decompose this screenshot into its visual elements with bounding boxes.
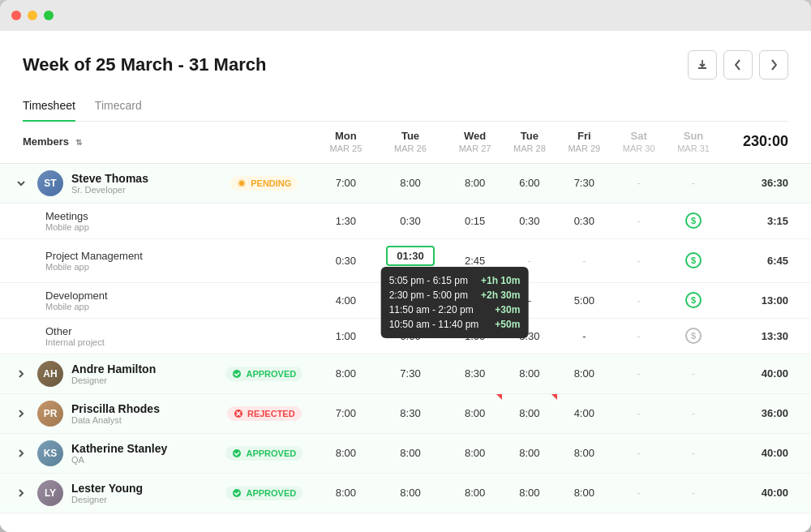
sub-tue1-cell[interactable]: 5:05 pm - 6:15 pm +1h 10m 2:30 pm - 5:00…	[373, 238, 448, 282]
tab-timesheet[interactable]: Timesheet	[23, 92, 75, 122]
fri-cell[interactable]: 8:00	[557, 473, 611, 513]
tue2-header: Tue MAR 28	[502, 122, 556, 164]
sub-tue2-cell[interactable]: -	[502, 238, 556, 282]
sort-icon[interactable]: ⇅	[75, 137, 82, 148]
sub-mon-cell[interactable]: 0:30	[319, 238, 373, 282]
tue1-cell[interactable]: 8:30	[373, 393, 448, 433]
table-body: ST Steve Thomas Sr. Developer PENDING 7:…	[0, 163, 811, 513]
sub-mon-cell[interactable]: 1:30	[319, 203, 373, 238]
sub-wed-cell[interactable]: 1:00	[448, 318, 502, 354]
sub-sun-cell[interactable]: $	[666, 238, 720, 282]
sub-mon-cell[interactable]: 4:00	[319, 282, 373, 318]
tue1-cell[interactable]: 8:00	[373, 163, 448, 203]
sub-wed-cell[interactable]: 0:15	[448, 203, 502, 238]
close-button[interactable]	[11, 11, 21, 20]
expand-button[interactable]	[13, 366, 29, 382]
tue2-cell[interactable]: 8:00	[502, 473, 556, 513]
sub-row: Development Mobile app 4:00 - 4:00 - 5:0…	[0, 282, 811, 318]
prev-button[interactable]	[723, 50, 753, 79]
status-cell: PENDING	[210, 163, 319, 203]
sat-cell[interactable]: -	[611, 354, 666, 393]
sub-sat-cell[interactable]: -	[611, 203, 666, 238]
sub-sun-cell[interactable]: $	[666, 203, 720, 238]
time-edit-input[interactable]	[386, 246, 435, 266]
mon-cell[interactable]: 7:00	[319, 393, 373, 433]
sub-tue2-cell[interactable]: 5:30	[502, 318, 556, 354]
next-button[interactable]	[759, 50, 788, 79]
member-name-cell: PR Priscilla Rhodes Data Analyst	[0, 393, 210, 433]
tab-timecard[interactable]: Timecard	[95, 92, 142, 122]
tue1-cell[interactable]: 7:30	[373, 354, 448, 393]
sub-sat-cell[interactable]: -	[611, 238, 666, 282]
minimize-button[interactable]	[28, 11, 37, 20]
member-name-cell: KS Katherine Stanley QA	[0, 433, 210, 473]
tue2-cell[interactable]: 8:00	[502, 393, 556, 433]
sun-cell[interactable]: -	[666, 393, 720, 433]
sun-cell[interactable]: -	[666, 433, 720, 473]
fri-cell[interactable]: 8:00	[557, 354, 611, 393]
sat-cell[interactable]: -	[611, 163, 666, 203]
sun-cell[interactable]: -	[666, 473, 720, 513]
tue2-cell[interactable]: 6:00	[502, 163, 556, 203]
mon-cell[interactable]: 8:00	[319, 433, 373, 473]
member-name-cell: ST Steve Thomas Sr. Developer	[0, 163, 210, 203]
member-name-cell: AH Andre Hamilton Designer	[0, 354, 210, 393]
total-cell: 40:00	[721, 473, 811, 513]
sub-mon-cell[interactable]: 1:00	[319, 318, 373, 354]
sat-cell[interactable]: -	[611, 473, 666, 513]
sub-sun-cell[interactable]: $	[666, 318, 720, 354]
expand-button[interactable]	[13, 175, 29, 191]
member-text: Andre Hamilton Designer	[71, 363, 156, 385]
sub-tue2-cell[interactable]: -	[502, 282, 556, 318]
sub-status-cell	[210, 238, 319, 282]
wed-cell[interactable]: 8:00	[448, 163, 502, 203]
expand-button[interactable]	[13, 445, 29, 461]
sub-tue2-cell[interactable]: 0:30	[502, 203, 556, 238]
mon-cell[interactable]: 7:00	[319, 163, 373, 203]
project-name: Meetings	[45, 210, 204, 222]
wed-cell[interactable]: 8:00	[448, 433, 502, 473]
sub-wed-cell[interactable]: 2:45	[448, 238, 502, 282]
maximize-button[interactable]	[44, 11, 54, 20]
sub-wed-cell[interactable]: 4:00	[448, 282, 502, 318]
member-row: ST Steve Thomas Sr. Developer PENDING 7:…	[0, 163, 811, 203]
expand-button[interactable]	[13, 405, 29, 422]
sub-fri-cell[interactable]: 5:00	[557, 282, 611, 318]
member-row: PR Priscilla Rhodes Data Analyst REJECTE…	[0, 393, 811, 433]
sub-sat-cell[interactable]: -	[611, 282, 666, 318]
sub-sun-cell[interactable]: $	[666, 282, 720, 318]
tue2-cell[interactable]: 8:00	[502, 433, 556, 473]
sun-icon: $	[685, 212, 702, 229]
sub-tue1-cell[interactable]: 6:00	[373, 318, 448, 354]
mon-cell[interactable]: 8:00	[319, 473, 373, 513]
sun-cell[interactable]: -	[666, 163, 720, 203]
download-button[interactable]	[688, 50, 717, 79]
sub-fri-cell[interactable]: -	[557, 238, 611, 282]
fri-cell[interactable]: 4:00	[557, 393, 611, 433]
week-title: Week of 25 March - 31 March	[23, 54, 266, 75]
tue1-header: Tue MAR 26	[373, 122, 448, 164]
sub-tue1-cell[interactable]: 0:30	[373, 203, 448, 238]
sat-cell[interactable]: -	[611, 433, 666, 473]
tue1-cell[interactable]: 8:00	[373, 473, 448, 513]
wed-cell[interactable]: 8:30	[448, 354, 502, 393]
tue1-cell[interactable]: 8:00	[373, 433, 448, 473]
sub-tue1-cell[interactable]: -	[373, 282, 448, 318]
sub-sat-cell[interactable]: -	[611, 318, 666, 354]
tue2-cell[interactable]: 8:00	[502, 354, 556, 393]
sun-cell[interactable]: -	[666, 354, 720, 393]
fri-header: Fri MAR 29	[557, 122, 611, 164]
fri-cell[interactable]: 8:00	[557, 433, 611, 473]
wed-cell[interactable]: 8:00	[448, 473, 502, 513]
sat-cell[interactable]: -	[611, 393, 666, 433]
mon-cell[interactable]: 8:00	[319, 354, 373, 393]
sat-header: Sat MAR 30	[611, 122, 666, 164]
sub-fri-cell[interactable]: 0:30	[557, 203, 611, 238]
sub-total-cell: 13:30	[721, 318, 811, 354]
total-cell: 36:00	[721, 393, 811, 433]
expand-button[interactable]	[13, 485, 29, 501]
fri-cell[interactable]: 7:30	[557, 163, 611, 203]
wed-cell[interactable]: 8:00	[448, 393, 502, 433]
sub-fri-cell[interactable]: -	[557, 318, 611, 354]
svg-point-4	[233, 449, 241, 457]
